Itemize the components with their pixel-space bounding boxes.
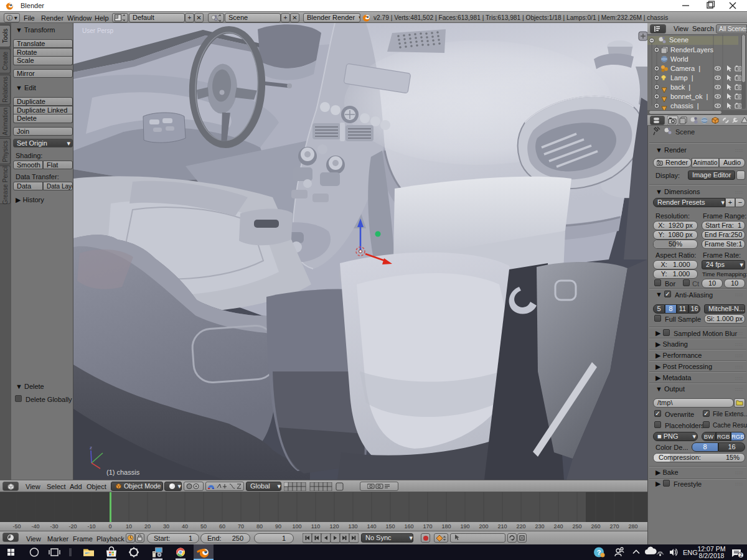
svg-text:z: z bbox=[90, 445, 92, 450]
svg-text:User Persp: User Persp bbox=[82, 27, 113, 34]
svg-text:(1) chassis: (1) chassis bbox=[106, 469, 140, 476]
svg-text:2: 2 bbox=[740, 552, 743, 558]
svg-text:ENG: ENG bbox=[683, 549, 698, 556]
svg-text:8/2/2018: 8/2/2018 bbox=[699, 552, 725, 559]
